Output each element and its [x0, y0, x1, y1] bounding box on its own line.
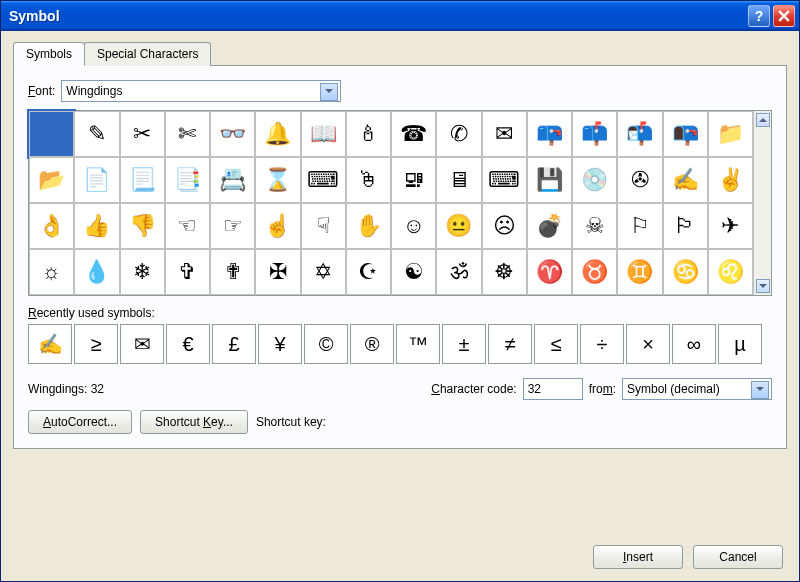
symbol-cell[interactable]: ✋ [346, 203, 391, 249]
recent-symbol-cell[interactable]: ™ [396, 324, 440, 364]
symbol-cell[interactable]: ⚐ [617, 203, 662, 249]
symbol-cell[interactable]: ☹ [482, 203, 527, 249]
symbol-cell[interactable]: 💾 [527, 157, 572, 203]
symbol-cell[interactable]: 📃 [120, 157, 165, 203]
symbol-cell[interactable]: ☺ [391, 203, 436, 249]
symbol-cell[interactable]: ☠ [572, 203, 617, 249]
symbol-cell[interactable]: ॐ [436, 249, 481, 295]
symbol-cell[interactable] [29, 111, 74, 157]
recent-symbol-cell[interactable]: € [166, 324, 210, 364]
symbol-cell[interactable]: ✌ [708, 157, 753, 203]
symbol-cell[interactable]: 📭 [663, 111, 708, 157]
symbol-cell[interactable]: 👍 [74, 203, 119, 249]
symbol-cell[interactable]: ♊ [617, 249, 662, 295]
insert-button[interactable]: Insert [593, 545, 683, 569]
symbol-cell[interactable]: ☎ [391, 111, 436, 157]
recent-symbol-cell[interactable]: µ [718, 324, 762, 364]
symbol-cell[interactable]: 👎 [120, 203, 165, 249]
symbol-cell[interactable]: ✠ [255, 249, 300, 295]
symbol-cell[interactable]: ✡ [301, 249, 346, 295]
symbol-dialog: Symbol ? Symbols Special Characters Font… [0, 0, 800, 582]
scroll-up-button[interactable] [756, 113, 770, 127]
symbol-cell[interactable]: 😐 [436, 203, 481, 249]
recent-symbol-cell[interactable]: ÷ [580, 324, 624, 364]
recent-symbol-cell[interactable]: ✍ [28, 324, 72, 364]
symbol-cell[interactable]: 🕯 [346, 111, 391, 157]
symbol-cell[interactable]: ✆ [436, 111, 481, 157]
symbol-cell[interactable]: 📂 [29, 157, 74, 203]
cancel-button[interactable]: Cancel [693, 545, 783, 569]
symbol-cell[interactable]: 🖳 [391, 157, 436, 203]
symbol-cell[interactable]: 📇 [210, 157, 255, 203]
dialog-body: Symbols Special Characters Font: Wingdin… [1, 31, 799, 461]
symbol-cell[interactable]: 💣 [527, 203, 572, 249]
recent-symbol-cell[interactable]: ¥ [258, 324, 302, 364]
symbol-cell[interactable]: 📑 [165, 157, 210, 203]
symbol-cell[interactable]: 🖰 [346, 157, 391, 203]
chevron-down-icon [756, 387, 764, 391]
symbol-cell[interactable]: 📖 [301, 111, 346, 157]
symbol-cell[interactable]: ♉ [572, 249, 617, 295]
symbol-cell[interactable]: ☞ [210, 203, 255, 249]
symbol-cell[interactable]: ♈ [527, 249, 572, 295]
symbol-cell[interactable]: ✞ [165, 249, 210, 295]
scrollbar[interactable] [753, 111, 771, 295]
font-select[interactable]: Wingdings [61, 80, 341, 102]
help-button[interactable]: ? [748, 5, 770, 27]
symbol-cell[interactable]: ⌨ [482, 157, 527, 203]
symbol-cell[interactable]: ☪ [346, 249, 391, 295]
symbol-cell[interactable]: ☝ [255, 203, 300, 249]
symbol-cell[interactable]: 🖥 [436, 157, 481, 203]
font-label: Font: [28, 84, 55, 98]
scroll-down-button[interactable] [756, 279, 770, 293]
recent-symbol-cell[interactable]: ® [350, 324, 394, 364]
recent-symbol-cell[interactable]: £ [212, 324, 256, 364]
symbol-cell[interactable]: ☟ [301, 203, 346, 249]
symbol-cell[interactable]: 🔔 [255, 111, 300, 157]
symbol-cell[interactable]: 🏳 [663, 203, 708, 249]
symbol-cell[interactable]: ♋ [663, 249, 708, 295]
symbol-cell[interactable]: ✈ [708, 203, 753, 249]
symbol-cell[interactable]: ✄ [165, 111, 210, 157]
symbol-cell[interactable]: ❄ [120, 249, 165, 295]
symbol-cell[interactable]: ✎ [74, 111, 119, 157]
symbol-cell[interactable]: ☜ [165, 203, 210, 249]
recent-symbol-cell[interactable]: ≤ [534, 324, 578, 364]
symbol-cell[interactable]: 💧 [74, 249, 119, 295]
symbol-cell[interactable]: 📁 [708, 111, 753, 157]
symbol-cell[interactable]: 📄 [74, 157, 119, 203]
symbol-cell[interactable]: 📬 [617, 111, 662, 157]
symbol-cell[interactable]: ⌛ [255, 157, 300, 203]
char-code-input[interactable] [523, 378, 583, 400]
recent-symbol-cell[interactable]: ✉ [120, 324, 164, 364]
font-select-value: Wingdings [66, 84, 122, 98]
symbol-cell[interactable]: 📫 [572, 111, 617, 157]
symbol-cell[interactable]: ✂ [120, 111, 165, 157]
symbol-cell[interactable]: ✍ [663, 157, 708, 203]
recent-symbol-cell[interactable]: ≥ [74, 324, 118, 364]
recent-symbol-cell[interactable]: × [626, 324, 670, 364]
from-select[interactable]: Symbol (decimal) [622, 378, 772, 400]
tab-symbols[interactable]: Symbols [13, 42, 85, 66]
recent-symbol-cell[interactable]: © [304, 324, 348, 364]
autocorrect-button[interactable]: AutoCorrect... [28, 410, 132, 434]
symbol-cell[interactable]: ✇ [617, 157, 662, 203]
recent-symbol-cell[interactable]: ± [442, 324, 486, 364]
symbol-cell[interactable]: 💿 [572, 157, 617, 203]
symbol-cell[interactable]: ☸ [482, 249, 527, 295]
symbol-cell[interactable]: 👓 [210, 111, 255, 157]
symbol-cell[interactable]: ☯ [391, 249, 436, 295]
symbol-cell[interactable]: 📪 [527, 111, 572, 157]
tab-special-characters[interactable]: Special Characters [84, 42, 211, 66]
chevron-up-icon [759, 118, 767, 122]
recent-symbol-cell[interactable]: ∞ [672, 324, 716, 364]
symbol-cell[interactable]: ☼ [29, 249, 74, 295]
symbol-cell[interactable]: ✉ [482, 111, 527, 157]
shortcut-key-button[interactable]: Shortcut Key... [140, 410, 248, 434]
recent-symbol-cell[interactable]: ≠ [488, 324, 532, 364]
symbol-cell[interactable]: ✟ [210, 249, 255, 295]
symbol-cell[interactable]: 👌 [29, 203, 74, 249]
close-button[interactable] [773, 5, 795, 27]
symbol-cell[interactable]: ♌ [708, 249, 753, 295]
symbol-cell[interactable]: ⌨ [301, 157, 346, 203]
